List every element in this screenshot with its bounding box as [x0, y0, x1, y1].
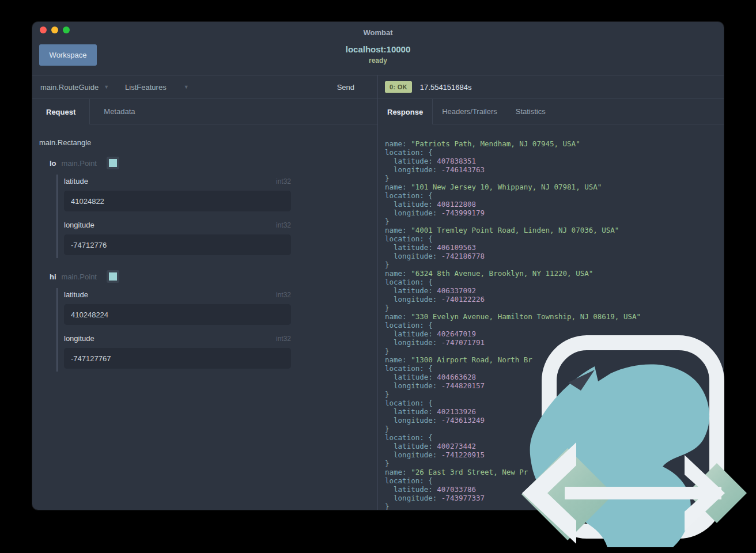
server-address: localhost:10000 [32, 44, 724, 54]
response-tabs: ResponseHeaders/TrailersStatistics [378, 99, 724, 124]
server-info: localhost:10000 ready [32, 44, 724, 65]
form-field: latitudeint32 [64, 177, 291, 211]
header: Workspace localhost:10000 ready [32, 37, 724, 75]
response-string: "4001 Tremley Point Road, Linden, NJ 070… [411, 226, 619, 234]
field-message-type: main.Point [62, 159, 97, 168]
response-key: location: { [385, 278, 433, 286]
response-key: name: [385, 355, 411, 364]
response-key: longitude: [385, 252, 441, 260]
response-key: name: [385, 226, 411, 234]
nested-fields: latitudeint32longitudeint32 [56, 175, 377, 258]
field-name: hi [50, 272, 56, 281]
checkbox-checked-icon [109, 159, 117, 167]
minimize-window-button[interactable] [51, 26, 58, 33]
response-key: location: { [385, 321, 433, 329]
response-key: latitude: [385, 157, 437, 165]
response-number: 407838351 [437, 157, 476, 165]
response-key: latitude: [385, 200, 437, 209]
method-select[interactable]: ListFeatures [125, 83, 167, 92]
input-lo-longitude[interactable] [64, 234, 291, 255]
tab-request[interactable]: Request [32, 99, 90, 124]
field-label: longitude [64, 221, 94, 229]
desktop: { "window": { "title": "Wombat" }, "tool… [0, 0, 756, 553]
input-hi-latitude[interactable] [64, 304, 291, 325]
response-key: longitude: [385, 450, 441, 459]
response-string: "330 Evelyn Avenue, Hamilton Township, N… [411, 312, 641, 321]
response-key: } [385, 390, 390, 399]
message-type-label: main.Rectangle [39, 138, 377, 147]
zoom-window-button[interactable] [63, 26, 70, 33]
response-number: 400273442 [437, 442, 476, 450]
field-scalar-type: int32 [276, 221, 291, 229]
response-key: latitude: [385, 442, 437, 450]
response-panel: 0: OK 17.554151684s ResponseHeaders/Trai… [378, 75, 724, 510]
field-name: lo [50, 159, 56, 168]
response-key: longitude: [385, 295, 441, 304]
checkbox-lo[interactable] [107, 157, 119, 169]
field-group-head: himain.Point [50, 270, 377, 283]
app-window: Wombat Workspace localhost:10000 ready m… [32, 22, 724, 510]
response-number: -743977337 [441, 494, 485, 502]
input-lo-latitude[interactable] [64, 191, 291, 211]
response-key: longitude: [385, 416, 441, 425]
response-bar: 0: OK 17.554151684s [378, 75, 724, 99]
response-number: 402647019 [437, 329, 476, 338]
response-string: "6324 8th Avenue, Brooklyn, NY 11220, US… [411, 269, 593, 278]
response-key: name: [385, 139, 411, 148]
send-button[interactable]: Send [334, 82, 358, 92]
response-key: longitude: [385, 494, 441, 502]
response-number: -740122226 [441, 295, 485, 304]
request-panel: main.RouteGuide ▼ ListFeatures ▼ Send Re… [32, 75, 378, 510]
traffic-lights [40, 26, 70, 33]
field-label: latitude [64, 290, 88, 299]
tab-headers-trailers[interactable]: Headers/Trailers [433, 99, 506, 124]
chevron-down-icon[interactable]: ▼ [184, 84, 189, 90]
response-key: longitude: [385, 338, 441, 347]
input-hi-longitude[interactable] [64, 348, 291, 369]
response-string: "1300 Airport Road, North Br [411, 355, 532, 364]
field-group-lo: lomain.Pointlatitudeint32longitudeint32 [39, 157, 377, 258]
response-number: 406337092 [437, 286, 476, 295]
field-scalar-type: int32 [276, 335, 291, 343]
response-key: } [385, 459, 390, 468]
form-field: latitudeint32 [64, 290, 291, 325]
workspace-button[interactable]: Workspace [39, 44, 97, 66]
response-key: location: { [385, 364, 433, 373]
response-key: location: { [385, 191, 433, 200]
response-key: } [385, 347, 390, 355]
chevron-down-icon[interactable]: ▼ [104, 84, 109, 90]
response-key: longitude: [385, 381, 441, 390]
response-number: -742186778 [441, 252, 485, 260]
response-key: } [385, 304, 390, 312]
service-select[interactable]: main.RouteGuide [40, 83, 99, 92]
request-form: main.Rectangle lomain.Pointlatitudeint32… [32, 124, 377, 510]
response-string: "101 New Jersey 10, Whippany, NJ 07981, … [411, 183, 602, 191]
response-key: } [385, 174, 390, 183]
response-key: location: { [385, 234, 433, 243]
tab-metadata[interactable]: Metadata [90, 99, 149, 124]
form-groups: lomain.Pointlatitudeint32longitudeint32h… [39, 157, 377, 372]
response-key: } [385, 502, 390, 510]
response-key: longitude: [385, 165, 441, 174]
response-key: latitude: [385, 485, 437, 494]
response-number: -744820157 [441, 381, 485, 390]
response-key: name: [385, 468, 411, 476]
tab-response[interactable]: Response [378, 99, 433, 124]
response-key: location: { [385, 399, 433, 407]
field-label-row: longitudeint32 [64, 334, 291, 343]
response-string: "26 East 3rd Street, New Pr [411, 468, 528, 476]
window-title: Wombat [363, 29, 392, 37]
field-message-type: main.Point [62, 272, 97, 281]
response-key: latitude: [385, 286, 437, 295]
response-output: name: "Patriots Path, Mendham, NJ 07945,… [385, 139, 724, 510]
response-key: location: { [385, 476, 433, 485]
nested-fields: latitudeint32longitudeint32 [56, 288, 377, 372]
tab-statistics[interactable]: Statistics [506, 99, 555, 124]
close-window-button[interactable] [40, 26, 47, 33]
field-scalar-type: int32 [276, 291, 291, 299]
checkbox-checked-icon [109, 272, 117, 281]
response-key: name: [385, 312, 411, 321]
response-key: longitude: [385, 209, 441, 217]
response-key: latitude: [385, 407, 437, 416]
checkbox-hi[interactable] [107, 270, 119, 283]
